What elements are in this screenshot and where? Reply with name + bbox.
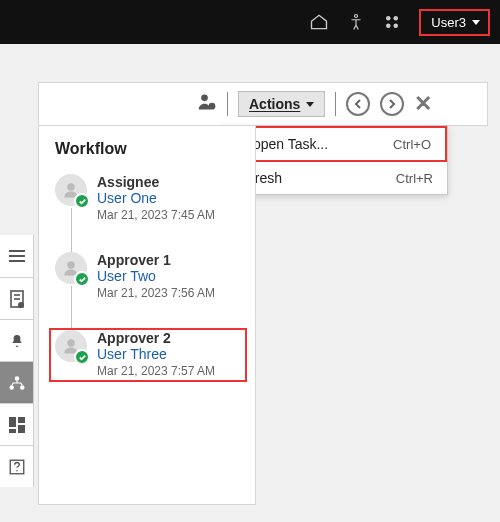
panel-toolbar: Actions ✕ (38, 82, 488, 126)
rail-bell-icon[interactable] (0, 319, 33, 361)
svg-point-17 (14, 376, 19, 381)
svg-point-16 (18, 302, 24, 308)
svg-rect-23 (18, 425, 25, 433)
svg-point-3 (386, 24, 391, 29)
actions-button[interactable]: Actions (238, 91, 325, 117)
svg-point-0 (355, 15, 358, 18)
user-settings-icon[interactable] (197, 92, 217, 116)
caret-down-icon (472, 20, 480, 25)
workflow-step-approver-1: Approver 1 User Two Mar 21, 2023 7:56 AM (55, 252, 245, 300)
workflow-panel: Workflow Assignee User One Mar 21, 2023 … (38, 125, 256, 505)
check-icon (74, 349, 90, 365)
avatar (55, 252, 87, 284)
svg-point-6 (209, 103, 216, 110)
svg-rect-11 (9, 255, 25, 257)
svg-point-18 (9, 385, 14, 390)
accessibility-icon[interactable] (347, 12, 365, 32)
workflow-role: Approver 1 (97, 252, 215, 268)
workflow-title: Workflow (55, 140, 245, 158)
svg-point-5 (201, 95, 208, 102)
workflow-user-link[interactable]: User Two (97, 268, 215, 284)
workflow-step-approver-2: Approver 2 User Three Mar 21, 2023 7:57 … (49, 328, 247, 382)
svg-point-1 (386, 16, 391, 21)
rail-document-icon[interactable] (0, 277, 33, 319)
avatar (55, 330, 87, 362)
workflow-timestamp: Mar 21, 2023 7:56 AM (97, 286, 215, 300)
svg-point-19 (20, 385, 25, 390)
avatar (55, 174, 87, 206)
next-button[interactable] (380, 92, 404, 116)
check-icon (74, 271, 90, 287)
svg-point-9 (67, 339, 75, 347)
svg-point-25 (16, 470, 18, 472)
workflow-user-link[interactable]: User Three (97, 346, 215, 362)
user-menu[interactable]: User3 (419, 9, 490, 36)
svg-rect-20 (9, 417, 16, 427)
workflow-role: Assignee (97, 174, 215, 190)
svg-point-4 (394, 24, 399, 29)
apps-icon[interactable] (383, 13, 401, 31)
workflow-user-link[interactable]: User One (97, 190, 215, 206)
menu-item-shortcut: Ctrl+O (393, 137, 431, 152)
check-icon (74, 193, 90, 209)
menu-item-shortcut: Ctrl+R (396, 171, 433, 186)
side-rail (0, 235, 34, 487)
close-button[interactable]: ✕ (414, 91, 432, 117)
rail-hierarchy-icon[interactable] (0, 361, 33, 403)
rail-dashboard-icon[interactable] (0, 403, 33, 445)
workflow-step-assignee: Assignee User One Mar 21, 2023 7:45 AM (55, 174, 245, 222)
svg-rect-10 (9, 250, 25, 252)
svg-rect-21 (18, 417, 25, 423)
workflow-timestamp: Mar 21, 2023 7:57 AM (97, 364, 215, 378)
svg-point-2 (394, 16, 399, 21)
user-label: User3 (431, 15, 466, 30)
workflow-timestamp: Mar 21, 2023 7:45 AM (97, 208, 215, 222)
workflow-role: Approver 2 (97, 330, 215, 346)
prev-button[interactable] (346, 92, 370, 116)
svg-point-8 (67, 261, 75, 269)
svg-rect-22 (9, 429, 16, 433)
svg-point-7 (67, 183, 75, 191)
svg-rect-12 (9, 260, 25, 262)
caret-down-icon (306, 102, 314, 107)
actions-label: Actions (249, 96, 300, 112)
topbar: User3 (0, 0, 500, 44)
home-icon[interactable] (309, 12, 329, 32)
rail-help-icon[interactable] (0, 445, 33, 487)
rail-list-icon[interactable] (0, 235, 33, 277)
